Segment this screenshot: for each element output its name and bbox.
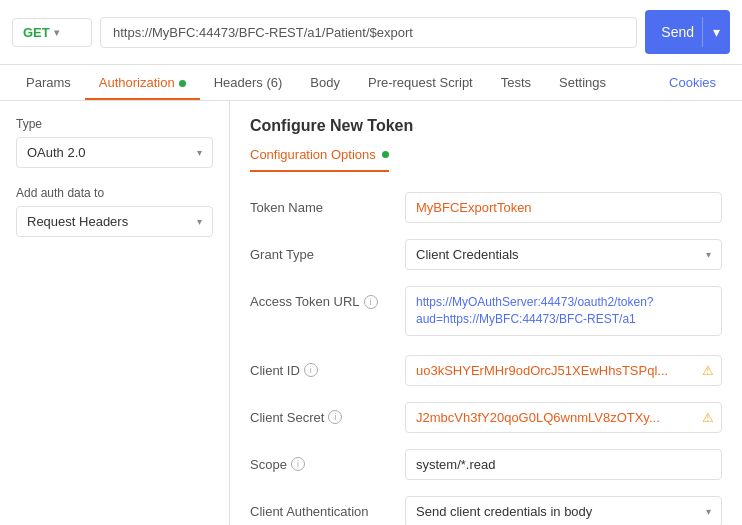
grant-type-label: Grant Type: [250, 239, 405, 262]
main-content: Type OAuth 2.0 ▾ Add auth data to Reques…: [0, 101, 742, 525]
type-select[interactable]: OAuth 2.0 ▾: [16, 137, 213, 168]
access-token-url-row: Access Token URL i https://MyOAuthServer…: [250, 286, 722, 339]
top-bar: GET ▾ Send ▾: [0, 0, 742, 65]
token-name-row: Token Name: [250, 192, 722, 223]
client-auth-label: Client Authentication: [250, 496, 405, 519]
access-token-url-label: Access Token URL i: [250, 286, 405, 309]
auth-data-value: Request Headers: [27, 214, 128, 229]
access-token-url-info-icon[interactable]: i: [364, 295, 378, 309]
client-secret-row: Client Secret i ⚠: [250, 402, 722, 433]
nav-tabs: Params Authorization Headers (6) Body Pr…: [0, 65, 742, 101]
url-input[interactable]: [100, 17, 637, 48]
grant-type-text: Client Credentials: [416, 247, 519, 262]
grant-type-chevron-icon: ▾: [706, 249, 711, 260]
tab-headers[interactable]: Headers (6): [200, 65, 297, 100]
client-id-value: ⚠: [405, 355, 722, 386]
auth-data-label: Add auth data to: [16, 186, 213, 200]
tab-body[interactable]: Body: [296, 65, 354, 100]
tab-cookies[interactable]: Cookies: [655, 65, 730, 100]
send-arrow-icon[interactable]: ▾: [702, 17, 730, 47]
grant-type-row: Grant Type Client Credentials ▾: [250, 239, 722, 270]
method-select[interactable]: GET ▾: [12, 18, 92, 47]
scope-info-icon[interactable]: i: [291, 457, 305, 471]
access-token-url-input[interactable]: https://MyOAuthServer:44473/oauth2/token…: [405, 286, 722, 336]
client-id-input[interactable]: [405, 355, 722, 386]
token-name-input[interactable]: [405, 192, 722, 223]
left-panel: Type OAuth 2.0 ▾ Add auth data to Reques…: [0, 101, 230, 525]
auth-data-chevron-icon: ▾: [197, 216, 202, 227]
client-secret-value: ⚠: [405, 402, 722, 433]
auth-data-field-group: Add auth data to Request Headers ▾: [16, 186, 213, 237]
token-name-value: [405, 192, 722, 223]
method-value: GET: [23, 25, 50, 40]
config-options-dot: [382, 151, 389, 158]
scope-label: Scope i: [250, 449, 405, 472]
method-chevron-icon: ▾: [54, 27, 59, 38]
client-auth-select[interactable]: Send client credentials in body ▾: [405, 496, 722, 525]
client-auth-value: Send client credentials in body ▾: [405, 496, 722, 525]
config-options-tab[interactable]: Configuration Options: [250, 147, 389, 172]
client-id-row: Client ID i ⚠: [250, 355, 722, 386]
type-field-group: Type OAuth 2.0 ▾: [16, 117, 213, 168]
client-secret-info-icon[interactable]: i: [328, 410, 342, 424]
client-id-warning-icon: ⚠: [702, 363, 714, 378]
auth-active-dot: [179, 80, 186, 87]
client-id-label: Client ID i: [250, 355, 405, 378]
send-label: Send: [661, 24, 694, 40]
auth-data-select[interactable]: Request Headers ▾: [16, 206, 213, 237]
scope-value: [405, 449, 722, 480]
config-options-label: Configuration Options: [250, 147, 376, 162]
client-secret-label: Client Secret i: [250, 402, 405, 425]
client-secret-warning-icon: ⚠: [702, 410, 714, 425]
tab-prerequest[interactable]: Pre-request Script: [354, 65, 487, 100]
type-label: Type: [16, 117, 213, 131]
tab-params[interactable]: Params: [12, 65, 85, 100]
config-title: Configure New Token: [250, 117, 722, 135]
scope-input[interactable]: [405, 449, 722, 480]
tab-authorization[interactable]: Authorization: [85, 65, 200, 100]
token-name-label: Token Name: [250, 192, 405, 215]
tab-tests[interactable]: Tests: [487, 65, 545, 100]
type-chevron-icon: ▾: [197, 147, 202, 158]
right-panel: Configure New Token Configuration Option…: [230, 101, 742, 525]
client-auth-row: Client Authentication Send client creden…: [250, 496, 722, 525]
client-auth-chevron-icon: ▾: [706, 506, 711, 517]
client-secret-input[interactable]: [405, 402, 722, 433]
access-token-url-value: https://MyOAuthServer:44473/oauth2/token…: [405, 286, 722, 339]
client-id-info-icon[interactable]: i: [304, 363, 318, 377]
grant-type-select[interactable]: Client Credentials ▾: [405, 239, 722, 270]
grant-type-value: Client Credentials ▾: [405, 239, 722, 270]
send-button[interactable]: Send ▾: [645, 10, 730, 54]
scope-row: Scope i: [250, 449, 722, 480]
tab-settings[interactable]: Settings: [545, 65, 620, 100]
type-value: OAuth 2.0: [27, 145, 86, 160]
client-auth-text: Send client credentials in body: [416, 504, 592, 519]
